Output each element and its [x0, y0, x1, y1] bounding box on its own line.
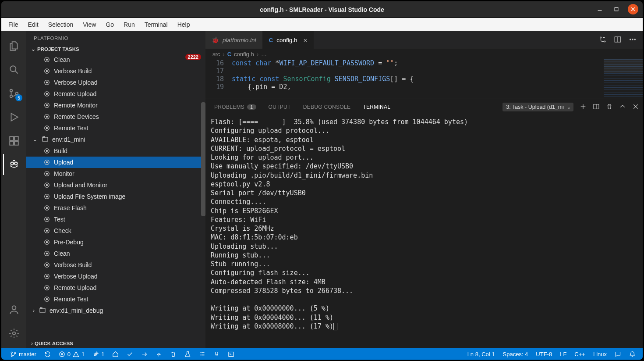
accounts-icon[interactable] — [3, 299, 24, 320]
section-quick-access[interactable]: › QUICK ACCESS — [26, 339, 205, 348]
sync-icon[interactable] — [41, 351, 54, 357]
search-icon[interactable] — [3, 59, 24, 80]
panel-tab-debug-console[interactable]: DEBUG CONSOLE — [298, 101, 356, 113]
task-row[interactable]: Upload — [26, 157, 205, 168]
pio-remote-icon[interactable] — [152, 351, 166, 357]
file-icon: C — [269, 37, 273, 43]
task-row[interactable]: Remote Test — [26, 122, 205, 134]
menu-help[interactable]: Help — [173, 19, 195, 30]
task-row[interactable]: Pre-Debug — [26, 236, 205, 248]
task-row[interactable]: Upload and Monitor — [26, 179, 205, 191]
maximize-button[interactable] — [611, 4, 622, 14]
close-panel-icon[interactable] — [632, 103, 639, 111]
problems-status[interactable]: 0 1 — [55, 351, 88, 357]
compare-changes-icon[interactable] — [599, 36, 607, 45]
breadcrumb[interactable]: src › C config.h › … — [205, 49, 643, 59]
task-row[interactable]: Verbose Build — [26, 259, 205, 271]
settings-gear-icon[interactable] — [3, 323, 24, 344]
tool-status[interactable]: 1 — [89, 351, 108, 357]
pio-clean-icon[interactable] — [166, 351, 180, 357]
task-row[interactable]: Remote Test — [26, 293, 205, 305]
pio-upload-icon[interactable] — [138, 351, 151, 357]
task-row[interactable]: Upload File System image — [26, 191, 205, 202]
git-branch[interactable]: master — [7, 351, 40, 357]
panel-tab-output[interactable]: OUTPUT — [263, 101, 296, 113]
terminal-output[interactable]: Flash: [==== ] 35.8% (used 374380 bytes … — [205, 115, 643, 348]
new-terminal-icon[interactable] — [580, 103, 587, 111]
env-d1-mini[interactable]: ⌄env:d1_mini — [26, 134, 205, 145]
indentation[interactable]: Spaces: 4 — [499, 351, 532, 357]
menu-run[interactable]: Run — [119, 19, 139, 30]
task-row[interactable]: Remote Devices — [26, 111, 205, 122]
menu-selection[interactable]: Selection — [44, 19, 78, 30]
task-row[interactable]: Build — [26, 145, 205, 157]
menu-go[interactable]: Go — [101, 19, 118, 30]
task-row[interactable]: Check — [26, 225, 205, 236]
env-icon — [39, 307, 46, 315]
pio-terminal-icon[interactable] — [224, 351, 238, 357]
code-editor[interactable]: 16171819 const char *WIFI_AP_DEFAULT_PAS… — [205, 59, 643, 99]
more-actions-icon[interactable] — [629, 36, 637, 45]
os-indicator[interactable]: Linux — [590, 351, 610, 357]
close-button[interactable] — [628, 4, 638, 14]
notifications-icon[interactable] — [626, 351, 639, 357]
run-task-icon — [43, 284, 50, 291]
env-d1-mini-debug[interactable]: ›env:d1_mini_debug — [26, 305, 205, 316]
chevron-right-icon: › — [33, 307, 35, 314]
task-row[interactable]: Test — [26, 214, 205, 225]
feedback-icon[interactable] — [611, 351, 625, 357]
source-control-icon[interactable]: 5 — [3, 83, 24, 104]
minimap[interactable] — [603, 59, 643, 99]
split-editor-icon[interactable] — [614, 36, 622, 45]
kill-terminal-icon[interactable] — [606, 103, 613, 111]
minimize-button[interactable] — [594, 4, 605, 14]
menu-edit[interactable]: Edit — [24, 19, 43, 30]
run-debug-icon[interactable] — [3, 107, 24, 128]
explorer-icon[interactable] — [3, 36, 24, 57]
panel-tab-terminal[interactable]: TERMINAL — [357, 101, 396, 113]
extensions-icon[interactable] — [3, 130, 24, 151]
terminal-selector[interactable]: 3: Task - Upload (d1_mi ⌄ — [502, 103, 573, 111]
pio-serial-icon[interactable] — [210, 351, 223, 357]
pio-build-icon[interactable] — [123, 351, 137, 357]
split-terminal-icon[interactable] — [593, 103, 600, 111]
encoding[interactable]: UTF-8 — [532, 351, 556, 357]
cursor-position[interactable]: Ln 8, Col 1 — [464, 351, 499, 357]
pio-tasks-icon[interactable] — [195, 351, 209, 357]
eol[interactable]: LF — [556, 351, 570, 357]
task-row[interactable]: Clean — [26, 248, 205, 259]
section-project-tasks[interactable]: ⌄ PROJECT TASKS — [26, 44, 205, 54]
error-count-badge[interactable]: 2222 — [185, 54, 201, 60]
task-row[interactable]: Verbose Upload — [26, 77, 205, 88]
activity-bar: 5 — [1, 31, 26, 348]
menu-view[interactable]: View — [78, 19, 100, 30]
chevron-down-icon: ⌄ — [31, 46, 35, 52]
menu-file[interactable]: File — [4, 19, 23, 30]
pio-test-icon[interactable] — [181, 351, 195, 357]
scrollbar-thumb[interactable] — [201, 102, 205, 216]
run-task-icon — [43, 182, 50, 189]
platformio-icon[interactable] — [3, 154, 24, 175]
tab-platformio-ini[interactable]: 🐞platformio.ini — [205, 31, 263, 49]
task-row[interactable]: Erase Flash — [26, 202, 205, 214]
task-row[interactable]: Verbose Upload — [26, 271, 205, 282]
pio-home-icon[interactable] — [109, 351, 122, 357]
tab-config-h[interactable]: Cconfig.h× — [263, 31, 314, 49]
close-tab-icon[interactable]: × — [304, 36, 308, 44]
task-row[interactable]: Verbose Build — [26, 65, 205, 77]
menu-terminal[interactable]: Terminal — [140, 19, 172, 30]
run-task-icon — [43, 68, 50, 75]
task-row[interactable]: Remote Upload — [26, 282, 205, 293]
panel-tab-problems[interactable]: PROBLEMS1 — [209, 101, 262, 113]
language-mode[interactable]: C++ — [571, 351, 589, 357]
task-row[interactable]: Remote Upload — [26, 88, 205, 100]
svg-rect-57 — [40, 308, 45, 312]
project-task-tree[interactable]: 2222CleanVerbose BuildVerbose UploadRemo… — [26, 54, 205, 339]
svg-point-26 — [46, 127, 48, 129]
task-row[interactable]: Monitor — [26, 168, 205, 179]
task-row[interactable]: Remote Monitor — [26, 100, 205, 111]
svg-point-18 — [46, 82, 48, 83]
svg-rect-8 — [14, 141, 18, 145]
run-task-icon — [43, 102, 50, 109]
maximize-panel-icon[interactable] — [619, 103, 626, 111]
